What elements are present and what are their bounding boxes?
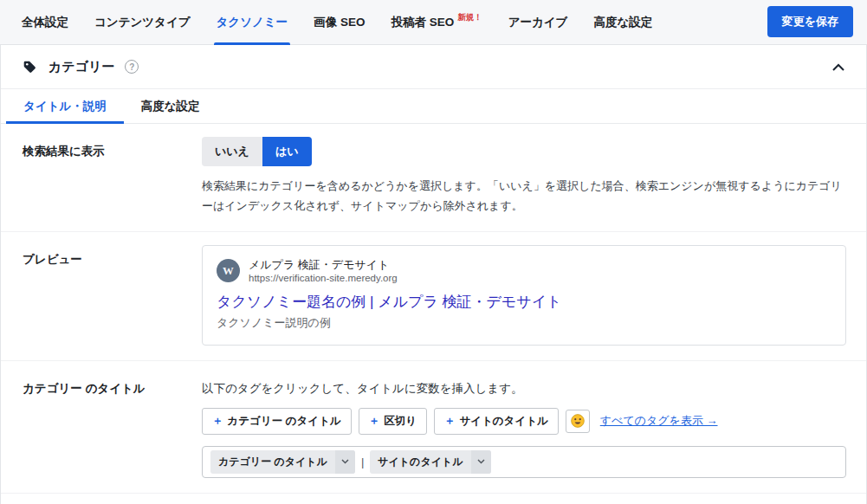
- section-title: カテゴリー: [49, 59, 114, 75]
- search-visibility-toggle: いいえ はい: [202, 137, 312, 166]
- tab-general-settings[interactable]: 全体設定: [9, 0, 81, 44]
- plus-icon: ＋: [369, 414, 380, 429]
- toggle-option-yes[interactable]: はい: [262, 137, 312, 166]
- field-label: プレビュー: [23, 245, 202, 346]
- serp-preview-card: W メルプラ 検証・デモサイト https://verification-sit…: [202, 245, 846, 346]
- collapse-section-button[interactable]: [832, 63, 844, 71]
- insert-category-title-button[interactable]: ＋ カテゴリー のタイトル: [202, 408, 352, 435]
- preview-description: タクソノミー説明の例: [217, 315, 831, 331]
- chevron-down-icon[interactable]: [471, 450, 491, 474]
- row-category-title: カテゴリー のタイトル 以下のタグをクリックして、タイトルに変数を挿入します。 …: [1, 361, 866, 494]
- svg-text:W: W: [223, 265, 234, 277]
- variable-pill-site-title[interactable]: サイトのタイトル: [370, 450, 490, 474]
- subtab-title-description[interactable]: タイトル・説明: [6, 89, 124, 123]
- tag-icon: [23, 60, 37, 74]
- row-meta-description: メタディスクリプション 以下のタグをクリックして、変数をメタディスクリプションに…: [1, 494, 866, 504]
- tab-image-seo[interactable]: 画像 SEO: [301, 0, 378, 44]
- row-preview: プレビュー W メルプラ 検証・デモサイト https://verificati…: [1, 232, 866, 361]
- field-label: カテゴリー のタイトル: [23, 374, 202, 478]
- smiley-icon: [571, 414, 585, 428]
- subtab-advanced[interactable]: 高度な設定: [124, 89, 217, 123]
- tab-author-seo[interactable]: 投稿者 SEO 新規！: [378, 0, 495, 44]
- new-badge: 新規！: [457, 12, 482, 23]
- section-header[interactable]: カテゴリー ?: [1, 45, 866, 89]
- field-description: 検索結果にカテゴリーを含めるかどうかを選択します。「いいえ」を選択した場合、検索…: [202, 177, 846, 216]
- show-all-tags-link[interactable]: すべてのタグを表示 →: [600, 413, 718, 429]
- wordpress-logo-icon: W: [217, 259, 240, 282]
- plus-icon: ＋: [212, 414, 223, 429]
- variable-pill-category-title[interactable]: カテゴリー のタイトル: [210, 450, 355, 474]
- toggle-option-no[interactable]: いいえ: [202, 137, 262, 166]
- plus-icon: ＋: [444, 414, 456, 429]
- variable-buttons-row: ＋ カテゴリー のタイトル ＋ 区切り ＋ サイトのタイトル: [202, 408, 846, 435]
- tab-content-types[interactable]: コンテンツタイプ: [81, 0, 204, 44]
- preview-url: https://verification-site.meredy.org: [249, 272, 398, 285]
- category-settings-panel: カテゴリー ? タイトル・説明 高度な設定 検索結果に表示 いいえ はい 検索結…: [0, 45, 867, 504]
- help-icon[interactable]: ?: [125, 60, 139, 74]
- chevron-up-icon: [832, 63, 844, 71]
- section-subtabs: タイトル・説明 高度な設定: [1, 89, 866, 124]
- settings-top-nav: 全体設定 コンテンツタイプ タクソノミー 画像 SEO 投稿者 SEO 新規！ …: [0, 0, 867, 45]
- tab-taxonomies[interactable]: タクソノミー: [204, 0, 301, 44]
- emoji-picker-button[interactable]: [566, 410, 590, 433]
- preview-title: タクソノミー題名の例 | メルプラ 検証・デモサイト: [217, 292, 831, 313]
- insert-separator-button[interactable]: ＋ 区切り: [359, 408, 427, 435]
- tab-advanced-settings[interactable]: 高度な設定: [580, 0, 665, 44]
- insert-site-title-button[interactable]: ＋ サイトのタイトル: [434, 408, 559, 435]
- tab-archives[interactable]: アーカイブ: [495, 0, 581, 44]
- row-search-visibility: 検索結果に表示 いいえ はい 検索結果にカテゴリーを含めるかどうかを選択します。…: [1, 124, 866, 232]
- field-help-text: 以下のタグをクリックして、タイトルに変数を挿入します。: [202, 374, 846, 397]
- pill-separator: |: [361, 456, 364, 468]
- title-variables-field[interactable]: カテゴリー のタイトル | サイトのタイトル: [202, 446, 846, 478]
- save-changes-button[interactable]: 変更を保存: [767, 6, 853, 37]
- field-label: 検索結果に表示: [23, 137, 202, 216]
- preview-site-name: メルプラ 検証・デモサイト: [249, 257, 398, 273]
- chevron-down-icon[interactable]: [335, 450, 355, 474]
